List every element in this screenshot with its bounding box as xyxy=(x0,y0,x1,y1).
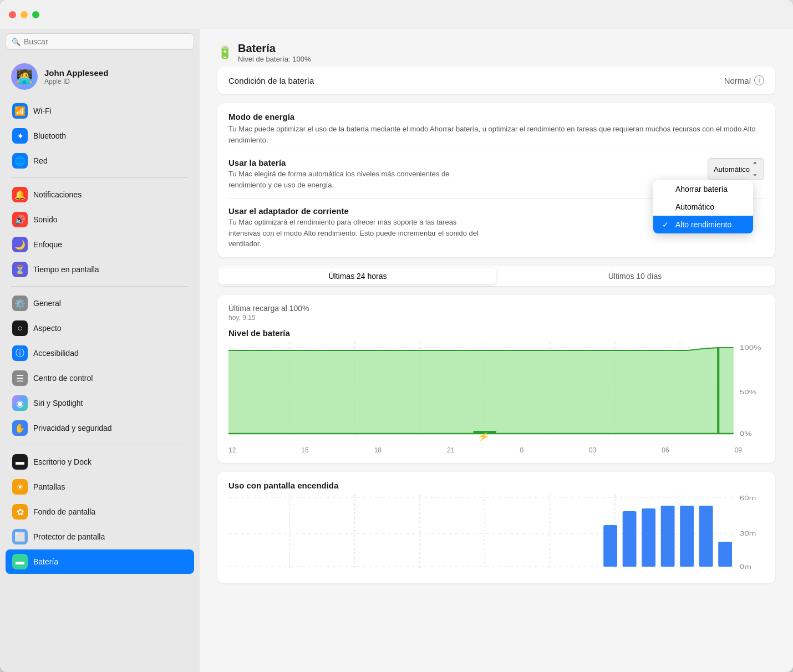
privacy-label: Privacidad y seguridad xyxy=(33,424,112,432)
sidebar-item-accessibility[interactable]: ⓘAccesibilidad xyxy=(6,341,194,365)
bluetooth-label: Bluetooth xyxy=(33,131,66,140)
general-label: General xyxy=(33,299,61,308)
battery-chart-section: Última recarga al 100% hoy, 9:15 Nivel d… xyxy=(217,295,775,463)
usage-chart-container: 60m 30m 0m xyxy=(228,495,764,574)
user-info: John Appleseed Apple ID xyxy=(44,68,108,85)
svg-rect-28 xyxy=(603,525,617,567)
svg-rect-34 xyxy=(718,542,732,567)
sidebar-item-siri[interactable]: ◉Siri y Spotlight xyxy=(6,391,194,415)
page-title: Batería xyxy=(238,42,311,55)
sidebar-item-control[interactable]: ☰Centro de control xyxy=(6,366,194,390)
svg-rect-30 xyxy=(642,508,655,567)
screensaver-icon: ⬜ xyxy=(12,529,28,544)
minimize-button[interactable] xyxy=(21,11,28,18)
info-icon[interactable]: i xyxy=(754,75,764,85)
siri-label: Siri y Spotlight xyxy=(33,399,83,408)
accessibility-label: Accesibilidad xyxy=(33,349,79,358)
screentime-label: Tiempo en pantalla xyxy=(33,265,99,274)
accessibility-icon: ⓘ xyxy=(12,345,28,361)
wallpaper-icon: ✿ xyxy=(12,504,28,520)
sidebar-item-screensaver[interactable]: ⬜Protector de pantalla xyxy=(6,525,194,549)
option-alto[interactable]: ✓ Alto rendimiento xyxy=(653,216,753,233)
svg-text:30m: 30m xyxy=(740,530,756,537)
battery-level-chart-title: Nivel de batería xyxy=(228,328,764,338)
desktop-icon: ▬ xyxy=(12,454,28,470)
svg-text:50%: 50% xyxy=(740,389,757,395)
charger-row-title: Usar el adaptador de corriente xyxy=(228,206,484,216)
sidebar-item-sound[interactable]: 🔊Sonido xyxy=(6,207,194,232)
option-ahorrar[interactable]: Ahorrar batería xyxy=(653,180,753,198)
svg-text:0m: 0m xyxy=(740,563,751,570)
focus-icon: 🌙 xyxy=(12,237,28,252)
user-profile[interactable]: 🧑‍💻 John Appleseed Apple ID xyxy=(6,59,194,99)
energy-title: Modo de energía xyxy=(228,112,764,121)
sidebar-item-general[interactable]: ⚙️General xyxy=(6,291,194,315)
screentime-icon: ⏳ xyxy=(12,262,28,277)
battery-chart-container: ⚡ 100% 50% 0% 12 15 18 21 0 03 06 xyxy=(228,342,764,454)
energy-title-area: Modo de energía Tu Mac puede optimizar e… xyxy=(217,103,775,150)
battery-row-desc: Tu Mac elegirá de forma automática los n… xyxy=(228,169,484,190)
tab-10d[interactable]: Últimos 10 días xyxy=(496,268,774,284)
x-label: 21 xyxy=(447,446,454,454)
svg-text:⚡: ⚡ xyxy=(477,431,491,441)
condition-value: Normal xyxy=(724,76,751,85)
bluetooth-icon: ✦ xyxy=(12,128,28,144)
sidebar-item-wallpaper[interactable]: ✿Fondo de pantalla xyxy=(6,500,194,524)
svg-rect-33 xyxy=(699,506,713,567)
battery-dropdown-value: Automático xyxy=(714,165,750,174)
notifications-icon: 🔔 xyxy=(12,187,28,202)
battery-level-subtitle: Nivel de batería: 100% xyxy=(238,55,311,63)
sidebar-item-notifications[interactable]: 🔔Notificaciones xyxy=(6,182,194,207)
sidebar-item-bluetooth[interactable]: ✦Bluetooth xyxy=(6,124,194,148)
sidebar-item-displays[interactable]: ☀Pantallas xyxy=(6,475,194,499)
siri-icon: ◉ xyxy=(12,395,28,411)
x-label: 0 xyxy=(520,446,523,454)
search-input[interactable] xyxy=(24,37,188,46)
dropdown-chevron-icon: ⌃⌄ xyxy=(752,161,758,177)
general-icon: ⚙️ xyxy=(12,296,28,311)
svg-rect-31 xyxy=(661,506,675,567)
search-bar[interactable]: 🔍 xyxy=(6,33,194,50)
sound-label: Sonido xyxy=(33,215,58,224)
focus-label: Enfoque xyxy=(33,240,62,249)
battery-header: 🔋 Batería Nivel de batería: 100% xyxy=(217,42,775,63)
sidebar-item-battery[interactable]: ▬Batería xyxy=(6,549,194,574)
wallpaper-label: Fondo de pantalla xyxy=(33,507,95,516)
energy-mode-section: Modo de energía Tu Mac puede optimizar e… xyxy=(217,103,775,257)
sidebar-item-wifi[interactable]: 📶Wi-Fi xyxy=(6,99,194,123)
svg-text:0%: 0% xyxy=(740,430,752,437)
usage-chart-section: Uso con pantalla encendida xyxy=(217,472,775,583)
battery-dropdown-container: Automático ⌃⌄ Ahorrar batería Automá xyxy=(708,158,764,180)
tab-24h[interactable]: Últimas 24 horas xyxy=(219,268,496,284)
charger-row-desc: Tu Mac optimizará el rendimiento para of… xyxy=(228,217,484,250)
battery-dropdown-button[interactable]: Automático ⌃⌄ xyxy=(708,158,764,180)
charger-row-left: Usar el adaptador de corriente Tu Mac op… xyxy=(228,206,484,250)
sidebar-item-appearance[interactable]: ○Aspecto xyxy=(6,316,194,340)
close-button[interactable] xyxy=(9,11,16,18)
svg-marker-10 xyxy=(228,348,734,434)
option-label: Alto rendimiento xyxy=(675,220,731,229)
fullscreen-button[interactable] xyxy=(32,11,39,18)
notifications-label: Notificaciones xyxy=(33,190,82,199)
last-charge-time: hoy, 9:15 xyxy=(228,314,764,322)
sidebar-item-screentime[interactable]: ⏳Tiempo en pantalla xyxy=(6,257,194,282)
desktop-label: Escritorio y Dock xyxy=(33,457,92,466)
battery-mode-row: Usar la batería Tu Mac elegirá de forma … xyxy=(217,150,775,198)
energy-desc: Tu Mac puede optimizar el uso de la bate… xyxy=(228,124,764,145)
battery-label: Batería xyxy=(33,557,58,566)
option-automatico[interactable]: Automático xyxy=(653,198,753,216)
usage-level-svg: 60m 30m 0m xyxy=(228,495,764,572)
sidebar-item-privacy[interactable]: ✋Privacidad y seguridad xyxy=(6,416,194,440)
network-icon: 🌐 xyxy=(12,153,28,169)
battery-dropdown-popup: Ahorrar batería Automático ✓ Alto rendim… xyxy=(653,180,753,233)
sidebar-item-focus[interactable]: 🌙Enfoque xyxy=(6,232,194,257)
battery-row-title: Usar la batería xyxy=(228,158,484,167)
sound-icon: 🔊 xyxy=(12,212,28,227)
search-icon: 🔍 xyxy=(12,38,21,46)
battery-icon: ▬ xyxy=(12,554,28,569)
x-label: 12 xyxy=(228,446,236,454)
battery-row-left: Usar la batería Tu Mac elegirá de forma … xyxy=(228,158,484,190)
sidebar-item-network[interactable]: 🌐Red xyxy=(6,149,194,173)
screensaver-label: Protector de pantalla xyxy=(33,532,105,541)
sidebar-item-desktop[interactable]: ▬Escritorio y Dock xyxy=(6,450,194,474)
